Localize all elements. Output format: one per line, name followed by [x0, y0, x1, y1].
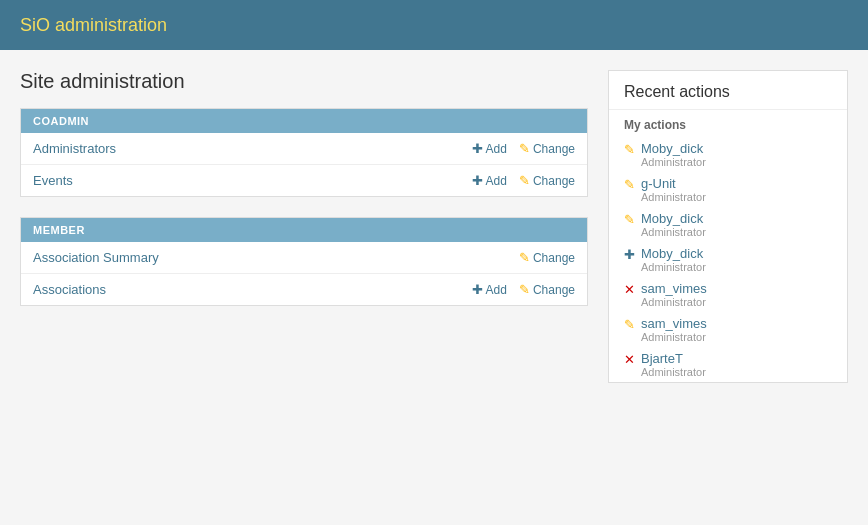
app-header: SiO administration: [0, 0, 868, 50]
my-actions-label: My actions: [609, 110, 847, 137]
module-row: Associations✚ Add✎ Change: [21, 274, 587, 305]
action-item-name[interactable]: sam_vimes: [641, 281, 707, 296]
action-item: ✎Moby_dickAdministrator: [609, 207, 847, 242]
action-item: ✎g-UnitAdministrator: [609, 172, 847, 207]
action-item-content: Moby_dickAdministrator: [641, 141, 706, 168]
modules-container: COADMINAdministrators✚ Add✎ ChangeEvents…: [20, 108, 588, 306]
recent-actions-panel: Recent actions My actions ✎Moby_dickAdmi…: [608, 70, 848, 383]
change-link[interactable]: ✎ Change: [519, 173, 575, 188]
action-item-content: Moby_dickAdministrator: [641, 246, 706, 273]
action-item-content: BjarteTAdministrator: [641, 351, 706, 378]
delete-action-icon: ✕: [624, 352, 635, 367]
module-row-label[interactable]: Associations: [33, 282, 472, 297]
module-member: MEMBERAssociation Summary✎ ChangeAssocia…: [20, 217, 588, 306]
main-content: Site administration COADMINAdministrator…: [20, 70, 588, 383]
module-row-actions: ✎ Change: [519, 250, 575, 265]
action-item: ✚Moby_dickAdministrator: [609, 242, 847, 277]
action-item-model: Administrator: [641, 191, 706, 203]
action-item: ✕BjarteTAdministrator: [609, 347, 847, 382]
module-row: Association Summary✎ Change: [21, 242, 587, 274]
action-item: ✕sam_vimesAdministrator: [609, 277, 847, 312]
change-link[interactable]: ✎ Change: [519, 250, 575, 265]
module-header-coadmin: COADMIN: [21, 109, 587, 133]
module-row: Administrators✚ Add✎ Change: [21, 133, 587, 165]
action-item-name[interactable]: Moby_dick: [641, 141, 706, 156]
add-action-icon: ✚: [624, 247, 635, 262]
action-item-model: Administrator: [641, 261, 706, 273]
action-item-name[interactable]: Moby_dick: [641, 211, 706, 226]
change-link[interactable]: ✎ Change: [519, 141, 575, 156]
add-icon: ✚: [472, 282, 483, 297]
change-icon: ✎: [519, 250, 530, 265]
actions-list: ✎Moby_dickAdministrator✎g-UnitAdministra…: [609, 137, 847, 382]
module-row-actions: ✚ Add✎ Change: [472, 282, 575, 297]
change-icon: ✎: [519, 282, 530, 297]
action-item-name[interactable]: sam_vimes: [641, 316, 707, 331]
action-item-content: sam_vimesAdministrator: [641, 316, 707, 343]
module-coadmin: COADMINAdministrators✚ Add✎ ChangeEvents…: [20, 108, 588, 197]
action-item-model: Administrator: [641, 296, 707, 308]
delete-action-icon: ✕: [624, 282, 635, 297]
module-row-actions: ✚ Add✎ Change: [472, 173, 575, 188]
add-icon: ✚: [472, 173, 483, 188]
action-item-name[interactable]: Moby_dick: [641, 246, 706, 261]
add-link[interactable]: ✚ Add: [472, 282, 507, 297]
module-row-label[interactable]: Administrators: [33, 141, 472, 156]
module-row-label[interactable]: Association Summary: [33, 250, 519, 265]
action-item-model: Administrator: [641, 156, 706, 168]
change-icon: ✎: [519, 141, 530, 156]
change-action-icon: ✎: [624, 177, 635, 192]
change-action-icon: ✎: [624, 142, 635, 157]
module-header-member: MEMBER: [21, 218, 587, 242]
change-link[interactable]: ✎ Change: [519, 282, 575, 297]
sidebar: Recent actions My actions ✎Moby_dickAdmi…: [608, 70, 848, 383]
add-link[interactable]: ✚ Add: [472, 173, 507, 188]
action-item-model: Administrator: [641, 226, 706, 238]
action-item-model: Administrator: [641, 331, 707, 343]
action-item: ✎Moby_dickAdministrator: [609, 137, 847, 172]
action-item-content: sam_vimesAdministrator: [641, 281, 707, 308]
change-action-icon: ✎: [624, 212, 635, 227]
action-item-name[interactable]: BjarteT: [641, 351, 706, 366]
module-row-label[interactable]: Events: [33, 173, 472, 188]
action-item-content: g-UnitAdministrator: [641, 176, 706, 203]
action-item-content: Moby_dickAdministrator: [641, 211, 706, 238]
change-action-icon: ✎: [624, 317, 635, 332]
add-icon: ✚: [472, 141, 483, 156]
action-item-name[interactable]: g-Unit: [641, 176, 706, 191]
action-item-model: Administrator: [641, 366, 706, 378]
app-title: SiO administration: [20, 15, 167, 36]
module-row: Events✚ Add✎ Change: [21, 165, 587, 196]
module-row-actions: ✚ Add✎ Change: [472, 141, 575, 156]
change-icon: ✎: [519, 173, 530, 188]
add-link[interactable]: ✚ Add: [472, 141, 507, 156]
page-title: Site administration: [20, 70, 588, 93]
action-item: ✎sam_vimesAdministrator: [609, 312, 847, 347]
recent-actions-title: Recent actions: [609, 71, 847, 110]
